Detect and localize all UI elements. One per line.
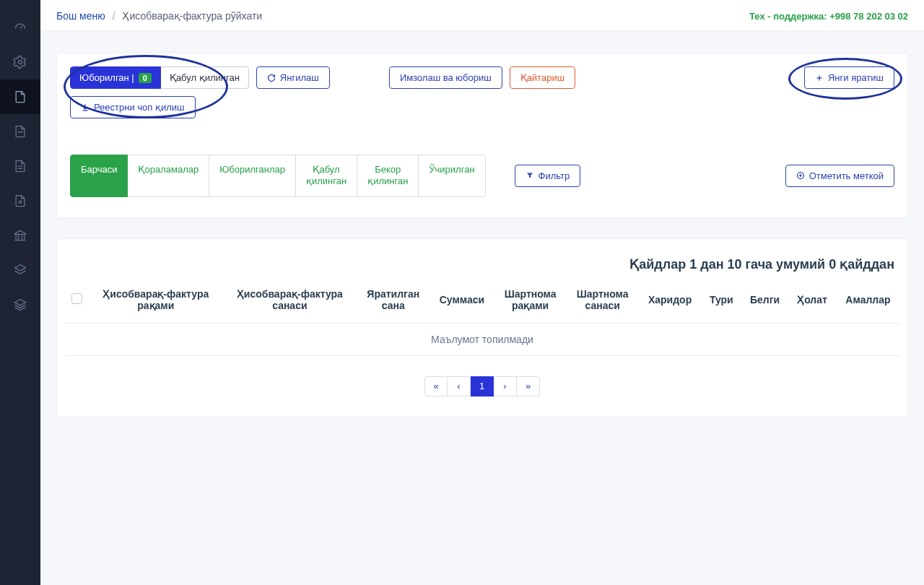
tab-sent[interactable]: Юборилганлар [209, 155, 296, 197]
col-sum: Суммаси [430, 282, 494, 324]
received-toggle[interactable]: Қабул қилинган [161, 66, 249, 89]
col-invoice-number: Ҳисобварақ-фактура рақами [89, 282, 223, 324]
plus-icon [815, 74, 824, 82]
breadcrumb: Бош меню / Ҳисобварақ-фактура рўйхати [56, 10, 262, 22]
refresh-button[interactable]: Янгилаш [256, 66, 330, 89]
sidebar-doc2[interactable] [0, 114, 40, 149]
download-icon [81, 103, 90, 112]
dashboard-icon [13, 20, 27, 35]
plus-circle-icon [796, 171, 805, 180]
sidebar-doc3[interactable] [0, 149, 40, 183]
page-first[interactable]: « [424, 376, 448, 396]
page-prev[interactable]: ‹ [448, 376, 471, 396]
svg-point-5 [19, 201, 21, 203]
col-buyer: Харидор [639, 282, 702, 324]
svg-marker-12 [15, 300, 26, 306]
received-label: Қабул қилинган [170, 72, 240, 83]
col-actions: Амаллар [836, 282, 900, 324]
tab-drafts[interactable]: Қораламалар [128, 155, 209, 197]
return-button[interactable]: Қайтариш [510, 66, 575, 89]
print-registry-button[interactable]: Реестрни чоп қилиш [70, 96, 196, 118]
records-table: Ҳисобварақ-фактура рақами Ҳисобварақ-фак… [64, 282, 900, 356]
page-1[interactable]: 1 [471, 376, 494, 396]
sent-count-badge: 0 [139, 73, 152, 83]
col-created-date: Яратилган сана [357, 282, 430, 324]
records-panel: Қайдлар 1 дан 10 гача умумий 0 қайддан Ҳ… [56, 238, 908, 417]
layers2-icon [13, 298, 27, 312]
tab-all[interactable]: Барчаси [70, 155, 128, 197]
col-contract-date: Шартнома санаси [567, 282, 639, 324]
document-icon [13, 90, 27, 104]
return-label: Қайтариш [520, 72, 565, 83]
breadcrumb-home[interactable]: Бош меню [56, 10, 105, 22]
mark-label: Отметить меткой [809, 170, 884, 181]
filter-button[interactable]: Фильтр [515, 165, 581, 187]
gear-icon [13, 55, 27, 69]
breadcrumb-sep: / [113, 10, 116, 22]
toolbar-panel: Юборилган | 0 Қабул қилинган Янгилаш [56, 53, 908, 218]
filter-label: Фильтр [539, 170, 570, 181]
layers-icon [13, 263, 27, 277]
tab-rejected[interactable]: Бекор қилинган [357, 155, 419, 197]
col-mark: Белги [741, 282, 788, 324]
col-type: Тури [702, 282, 742, 324]
svg-marker-11 [15, 265, 26, 271]
topbar: Бош меню / Ҳисобварақ-фактура рўйхати Те… [40, 0, 924, 31]
sidebar [0, 0, 40, 585]
tab-deleted[interactable]: Ўчирилган [419, 155, 485, 197]
sidebar-settings[interactable] [0, 45, 40, 79]
document3-icon [13, 159, 27, 173]
table-empty-row: Маълумот топилмади [64, 323, 900, 355]
mark-button[interactable]: Отметить меткой [785, 165, 894, 187]
page-next[interactable]: › [494, 376, 517, 396]
create-label: Янги яратиш [828, 72, 884, 83]
sent-toggle[interactable]: Юборилган | 0 [70, 66, 161, 89]
sidebar-layers2[interactable] [0, 287, 40, 322]
col-invoice-date: Ҳисобварақ-фактура санаси [223, 282, 357, 324]
tabs-row: Барчаси Қораламалар Юборилганлар Қабул қ… [70, 155, 894, 197]
main: Бош меню / Ҳисобварақ-фактура рўйхати Те… [40, 0, 924, 585]
svg-point-1 [19, 61, 22, 64]
print-label: Реестрни чоп қилиш [94, 102, 185, 113]
sign-send-button[interactable]: Имзолаш ва юбориш [389, 66, 502, 89]
select-all-checkbox[interactable] [71, 293, 82, 304]
no-data-message: Маълумот топилмади [64, 323, 900, 355]
filter-icon [526, 171, 534, 180]
sidebar-doc1[interactable] [0, 79, 40, 114]
col-status: Ҳолат [788, 282, 836, 324]
sidebar-layers[interactable] [0, 253, 40, 287]
pagination: « ‹ 1 › » [64, 376, 900, 396]
sent-label: Юборилган | [79, 72, 134, 83]
bank-icon [13, 228, 27, 243]
svg-marker-16 [527, 173, 533, 178]
sidebar-bank[interactable] [0, 218, 40, 253]
page-last[interactable]: » [517, 376, 540, 396]
document2-icon [13, 124, 27, 139]
sent-received-toggle: Юборилган | 0 Қабул қилинган [70, 66, 249, 89]
sign-send-label: Имзолаш ва юбориш [400, 72, 492, 83]
create-new-button[interactable]: Янги яратиш [804, 66, 894, 89]
sidebar-dashboard[interactable] [0, 10, 40, 45]
sidebar-doc4[interactable] [0, 183, 40, 218]
col-contract-number: Шартнома рақами [494, 282, 567, 324]
table-header-row: Ҳисобварақ-фактура рақами Ҳисобварақ-фак… [64, 282, 900, 324]
tab-accepted[interactable]: Қабул қилинган [296, 155, 357, 197]
breadcrumb-current: Ҳисобварақ-фактура рўйхати [122, 10, 262, 22]
support-label: Тех - поддержка: +998 78 202 03 02 [749, 11, 908, 22]
refresh-label: Янгилаш [280, 72, 319, 83]
svg-line-0 [20, 26, 22, 28]
status-tabs: Барчаси Қораламалар Юборилганлар Қабул қ… [70, 155, 486, 197]
records-summary: Қайдлар 1 дан 10 гача умумий 0 қайддан [64, 252, 900, 282]
document4-icon [13, 194, 27, 208]
refresh-icon [267, 74, 276, 82]
